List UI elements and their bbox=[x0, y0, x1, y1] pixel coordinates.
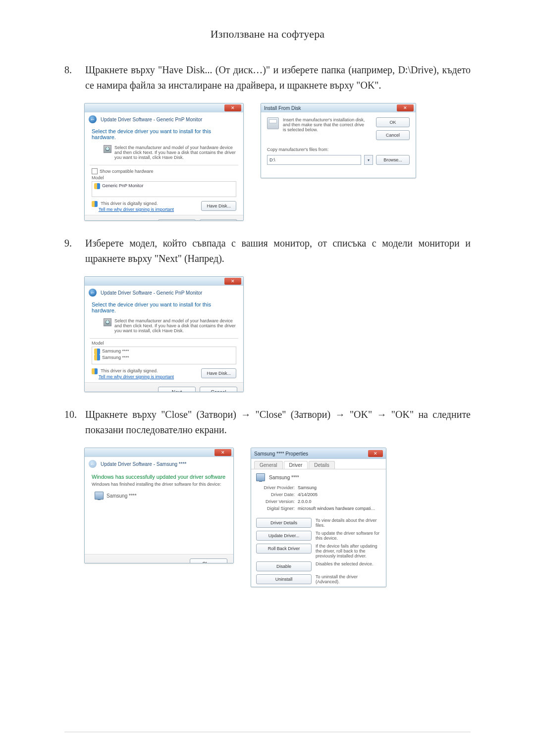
model-list[interactable]: Samsung **** Samsung **** bbox=[92, 347, 236, 364]
model-list[interactable]: Generic PnP Monitor bbox=[92, 181, 236, 197]
kv-value: microsoft windows hardware compatibility… bbox=[298, 506, 377, 511]
disk-icon bbox=[104, 318, 111, 326]
kv-key: Digital Signer: bbox=[256, 506, 295, 511]
wizard-sub-text: Select the manufacturer and model of you… bbox=[114, 318, 236, 333]
close-icon[interactable]: ✕ bbox=[224, 278, 241, 285]
close-button[interactable]: Close bbox=[190, 558, 227, 563]
cancel-button[interactable]: Cancel bbox=[376, 130, 410, 140]
back-icon: ← bbox=[89, 460, 97, 468]
breadcrumb-text: Update Driver Software - Generic PnP Mon… bbox=[101, 290, 202, 296]
monitor-icon bbox=[256, 473, 265, 481]
step-9-screenshots: ✕ ← Update Driver Software - Generic PnP… bbox=[84, 276, 471, 392]
path-input[interactable]: D:\ bbox=[267, 155, 361, 165]
signed-text: This driver is digitally signed. bbox=[101, 368, 158, 373]
ifd-right-buttons: OK Cancel bbox=[376, 117, 410, 140]
model-item: Generic PnP Monitor bbox=[102, 183, 143, 188]
floppy-icon bbox=[267, 117, 279, 129]
kv-key: Driver Version: bbox=[256, 499, 295, 504]
disk-icon bbox=[104, 145, 111, 153]
prop-tabs: General Driver Details bbox=[251, 459, 386, 469]
have-disk-button[interactable]: Have Disk... bbox=[201, 201, 236, 211]
update-driver-wizard: ✕ ← Update Driver Software - Generic PnP… bbox=[84, 103, 244, 221]
driver-details-button[interactable]: Driver Details bbox=[256, 518, 312, 528]
device-name: Samsung **** bbox=[107, 493, 137, 499]
breadcrumb-text: Update Driver Software - Samsung **** bbox=[101, 461, 186, 467]
close-icon[interactable]: ✕ bbox=[368, 450, 383, 457]
device-line: Samsung **** bbox=[85, 490, 233, 519]
wizard-sub-text: Select the manufacturer and model of you… bbox=[114, 145, 236, 160]
spacer bbox=[85, 519, 233, 554]
cancel-button[interactable]: Cancel bbox=[200, 219, 237, 221]
back-icon[interactable]: ← bbox=[89, 115, 97, 123]
wizard-heading: Select the device driver you want to ins… bbox=[85, 125, 243, 143]
back-icon[interactable]: ← bbox=[89, 289, 97, 297]
wizard-subtext: Select the manufacturer and model of you… bbox=[85, 143, 243, 163]
signing-important-link[interactable]: Tell me why driver signing is important bbox=[99, 207, 174, 212]
tab-details[interactable]: Details bbox=[309, 461, 335, 469]
success-subtext: Windows has finished installing the driv… bbox=[85, 482, 233, 490]
close-icon[interactable]: ✕ bbox=[214, 449, 231, 456]
show-compatible-checkbox[interactable] bbox=[92, 168, 98, 174]
ok-button[interactable]: OK bbox=[376, 117, 410, 127]
wizard-button-row: Next Cancel bbox=[85, 215, 243, 221]
wizard-breadcrumb: ← Update Driver Software - Generic PnP M… bbox=[85, 112, 243, 125]
breadcrumb-text: Update Driver Software - Generic PnP Mon… bbox=[101, 117, 202, 122]
update-driver-wizard: ✕ ← Update Driver Software - Generic PnP… bbox=[84, 276, 244, 392]
disable-desc: Disables the selected device. bbox=[316, 561, 374, 566]
driver-properties-dialog: Samsung **** Properties ✕ General Driver… bbox=[251, 448, 386, 587]
browse-button[interactable]: Browse... bbox=[376, 155, 410, 165]
path-dropdown-icon[interactable]: ▾ bbox=[364, 155, 373, 165]
step-10-screenshots: ✕ ← Update Driver Software - Samsung ***… bbox=[84, 448, 471, 587]
document-page: Използване на софтуера 8. Щракнете върху… bbox=[0, 0, 535, 756]
cancel-button[interactable]: Cancel bbox=[200, 387, 237, 392]
signing-important-link[interactable]: Tell me why driver signing is important bbox=[99, 374, 174, 379]
install-from-disk-dialog: Install From Disk ✕ Insert the manufactu… bbox=[261, 103, 416, 178]
rollback-driver-button[interactable]: Roll Back Driver bbox=[256, 544, 312, 554]
wizard-titlebar: ✕ bbox=[85, 103, 243, 112]
close-icon[interactable]: ✕ bbox=[224, 104, 241, 111]
monitor-icon bbox=[95, 492, 104, 500]
next-button[interactable]: Next bbox=[158, 219, 196, 221]
tab-driver[interactable]: Driver bbox=[284, 461, 308, 469]
shield-icon bbox=[94, 183, 100, 189]
have-disk-button[interactable]: Have Disk... bbox=[201, 368, 236, 378]
ifd-body: Insert the manufacturer's installation d… bbox=[261, 112, 416, 143]
prop-button-column: Driver DetailsTo view details about the … bbox=[251, 515, 386, 587]
wizard-breadcrumb: ← Update Driver Software - Generic PnP M… bbox=[85, 286, 243, 299]
wizard-titlebar: ✕ bbox=[85, 448, 233, 457]
prop-panel: Samsung **** Driver Provider:Samsung Dri… bbox=[251, 469, 386, 515]
show-compatible-row: Show compatible hardware bbox=[85, 167, 243, 175]
kv-value: 2.0.0.0 bbox=[298, 499, 312, 504]
tab-general[interactable]: General bbox=[254, 461, 283, 469]
show-compatible-label: Show compatible hardware bbox=[100, 169, 154, 174]
kv-value: 4/14/2005 bbox=[298, 492, 318, 497]
update-driver-button[interactable]: Update Driver... bbox=[256, 531, 312, 541]
wizard-button-row: Next Cancel bbox=[85, 382, 243, 392]
next-button[interactable]: Next bbox=[158, 387, 196, 392]
signed-row: This driver is digitally signed. Have Di… bbox=[85, 199, 243, 207]
copy-from-label: Copy manufacturer's files from: bbox=[267, 147, 410, 152]
step-8-screenshots: ✕ ← Update Driver Software - Generic PnP… bbox=[84, 103, 471, 221]
path-row: D:\ ▾ Browse... bbox=[267, 155, 410, 165]
disable-button[interactable]: Disable bbox=[256, 561, 312, 571]
update-driver-desc: To update the driver software for this d… bbox=[316, 531, 381, 541]
driver-details-desc: To view details about the driver files. bbox=[316, 518, 381, 528]
close-icon[interactable]: ✕ bbox=[397, 104, 414, 111]
prop-title: Samsung **** Properties bbox=[254, 451, 368, 456]
uninstall-button[interactable]: Uninstall bbox=[256, 574, 312, 584]
signed-text: This driver is digitally signed. bbox=[101, 201, 158, 206]
ifd-titlebar: Install From Disk ✕ bbox=[261, 103, 416, 112]
model-item: Samsung **** bbox=[102, 349, 129, 353]
step-10-text: Щракнете върху "Close" (Затвори) → "Clos… bbox=[85, 407, 471, 438]
signed-row: This driver is digitally signed. Have Di… bbox=[85, 366, 243, 374]
step-8-text: Щракнете върху "Have Disk... (От диск…)"… bbox=[85, 62, 471, 93]
prop-device-name: Samsung **** bbox=[269, 475, 299, 480]
wizard-titlebar: ✕ bbox=[85, 277, 243, 286]
ifd-message: Insert the manufacturer's installation d… bbox=[283, 117, 367, 140]
page-title: Използване на софтуера bbox=[64, 28, 471, 41]
kv-key: Driver Provider: bbox=[256, 485, 295, 490]
uninstall-desc: To uninstall the driver (Advanced). bbox=[316, 574, 381, 584]
step-8: 8. Щракнете върху "Have Disk... (От диск… bbox=[64, 62, 471, 93]
ifd-title: Install From Disk bbox=[264, 105, 301, 111]
step-10-number: 10. bbox=[64, 407, 85, 438]
